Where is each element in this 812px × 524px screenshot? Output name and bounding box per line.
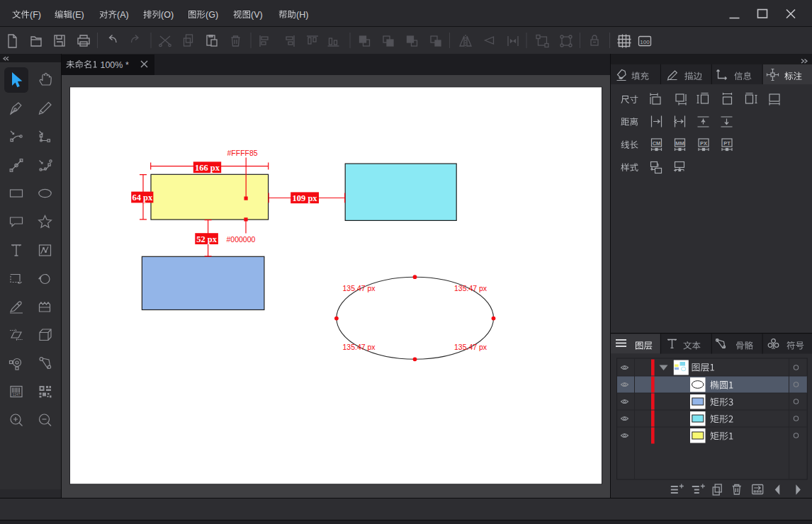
svg-text:CM: CM	[653, 140, 661, 147]
svg-text:1247: 1247	[12, 393, 20, 397]
svg-text:135.47 px: 135.47 px	[343, 343, 376, 351]
svg-text:135.47 px: 135.47 px	[454, 284, 487, 292]
svg-text:MM: MM	[675, 140, 684, 147]
svg-text:#000000: #000000	[227, 235, 256, 244]
svg-text:(A): (A)	[117, 10, 129, 20]
svg-text:(F): (F)	[30, 10, 41, 20]
svg-text:64 px: 64 px	[132, 193, 153, 203]
svg-text:100% *: 100% *	[100, 60, 128, 70]
svg-text:52 px: 52 px	[196, 234, 218, 244]
svg-text:(V): (V)	[251, 10, 263, 20]
svg-text:166 px: 166 px	[195, 163, 220, 173]
svg-text:(O): (O)	[161, 10, 174, 20]
svg-text:PT: PT	[723, 140, 731, 147]
svg-text:#FFFF85: #FFFF85	[227, 149, 258, 157]
svg-text:(E): (E)	[72, 10, 84, 20]
svg-text:PX: PX	[700, 140, 707, 147]
svg-text:(G): (G)	[205, 10, 218, 20]
svg-text:135.47 px: 135.47 px	[454, 343, 487, 351]
svg-text:100: 100	[640, 39, 650, 45]
svg-text:135.47 px: 135.47 px	[343, 284, 376, 292]
svg-text:(H): (H)	[296, 10, 308, 20]
svg-text:109 px: 109 px	[293, 193, 318, 203]
